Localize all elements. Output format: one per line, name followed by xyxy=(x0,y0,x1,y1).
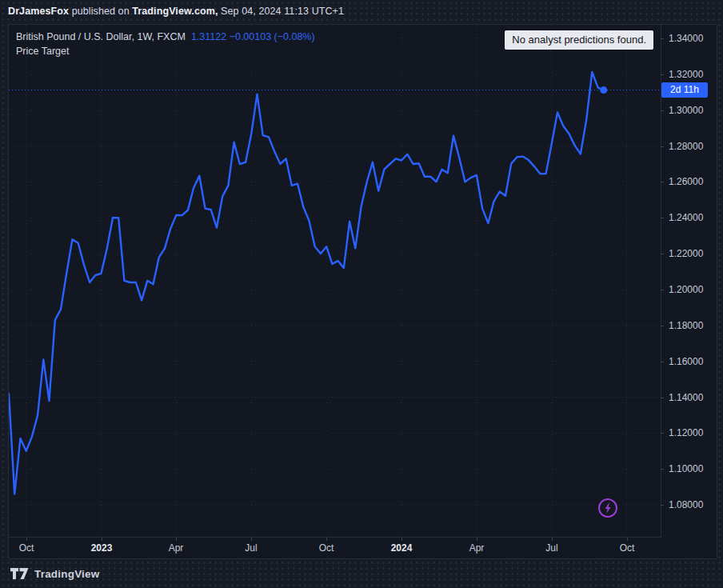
time-axis-tick xyxy=(26,538,27,541)
price-axis-label: 1.24000 xyxy=(669,212,703,223)
author-name: DrJamesFox xyxy=(8,6,69,17)
price-target-label: Price Target xyxy=(16,44,315,58)
time-axis-label: Jul xyxy=(545,542,557,554)
price-axis-tick xyxy=(661,398,664,398)
tradingview-brand-text[interactable]: TradingView xyxy=(34,568,99,580)
time-axis-tick xyxy=(251,538,252,541)
price-axis-label: 1.26000 xyxy=(669,176,703,187)
time-axis-tick xyxy=(401,538,402,541)
last-price-dot xyxy=(600,86,607,94)
publish-info: DrJamesFox published on TradingView.com,… xyxy=(8,6,720,22)
price-axis-label: 1.34000 xyxy=(669,33,703,44)
price-axis-label: 1.30000 xyxy=(669,105,703,116)
published-chart-page: DrJamesFox published on TradingView.com,… xyxy=(0,0,723,588)
price-axis-label: 1.32000 xyxy=(669,69,703,80)
price-axis-tick xyxy=(661,326,664,326)
price-axis-tick xyxy=(661,433,664,434)
price-change-value: −0.00103 (−0.08%) xyxy=(230,31,315,42)
price-axis-tick xyxy=(661,469,664,470)
chart-pane[interactable]: British Pound / U.S. Dollar, 1W, FXCM1.3… xyxy=(9,25,661,538)
time-axis-label: Apr xyxy=(469,542,485,554)
no-predictions-tooltip: No analyst predictions found. xyxy=(505,30,653,50)
price-axis-label: 1.14000 xyxy=(669,392,703,403)
bar-countdown-badge: 2d 11h xyxy=(661,82,708,98)
price-axis-tick xyxy=(661,110,664,111)
last-price-value: 1.31122 xyxy=(191,31,226,42)
time-axis-tick xyxy=(477,538,477,541)
time-axis-label: Oct xyxy=(319,542,334,554)
price-axis-tick xyxy=(661,505,664,506)
price-axis-label: 1.20000 xyxy=(669,284,703,295)
symbol-title[interactable]: British Pound / U.S. Dollar, 1W, FXCM xyxy=(16,31,186,42)
price-axis-label: 1.10000 xyxy=(669,463,703,474)
site-name: TradingView.com, xyxy=(132,6,218,17)
chart-legend: British Pound / U.S. Dollar, 1W, FXCM1.3… xyxy=(16,30,315,58)
price-axis-label: 1.18000 xyxy=(669,320,703,331)
time-axis-label: Apr xyxy=(169,542,184,554)
price-axis-tick xyxy=(661,146,664,147)
price-axis-tick xyxy=(661,74,664,75)
price-line-chart xyxy=(9,25,661,538)
price-axis-tick xyxy=(661,38,664,39)
tradingview-logo-icon[interactable] xyxy=(10,568,29,580)
price-axis-label: 1.08000 xyxy=(669,499,703,510)
price-axis-label: 1.22000 xyxy=(669,248,703,259)
price-axis-label: 1.28000 xyxy=(669,141,703,152)
price-axis-label: 1.12000 xyxy=(669,427,703,438)
time-axis-label: 2024 xyxy=(391,542,413,554)
price-axis-label: 1.16000 xyxy=(669,356,703,367)
price-axis-tick xyxy=(661,362,664,362)
time-axis-label: Oct xyxy=(620,542,635,554)
time-axis-tick xyxy=(326,538,327,541)
price-axis-tick xyxy=(661,218,664,218)
footer: TradingView xyxy=(10,565,99,582)
price-series-line xyxy=(9,72,604,494)
publish-datetime: Sep 04, 2024 11:13 UTC+1 xyxy=(221,6,344,17)
time-axis[interactable]: Oct2023AprJulOct2024AprJulOct xyxy=(9,537,661,558)
price-axis-tick xyxy=(661,182,664,182)
time-axis-tick xyxy=(102,538,102,541)
chart-card: British Pound / U.S. Dollar, 1W, FXCM1.3… xyxy=(8,24,717,559)
time-axis-label: 2023 xyxy=(91,542,113,554)
time-axis-tick xyxy=(627,538,628,541)
price-axis[interactable]: 2d 11h 1.340001.320001.300001.280001.260… xyxy=(661,25,717,560)
time-axis-label: Jul xyxy=(245,542,257,554)
time-axis-tick xyxy=(176,538,177,541)
time-axis-label: Oct xyxy=(19,542,34,554)
publish-action-text: published on xyxy=(72,6,130,17)
price-axis-tick xyxy=(661,254,664,254)
price-axis-tick xyxy=(661,290,664,290)
flash-event-icon[interactable] xyxy=(597,497,619,519)
time-axis-tick xyxy=(552,538,553,541)
